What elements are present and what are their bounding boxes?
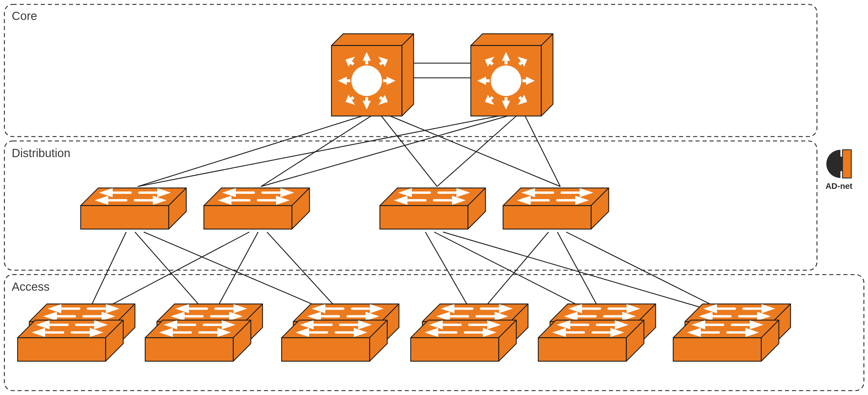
distribution-switch-3 (380, 188, 486, 229)
adnet-logo: net AD-net (826, 150, 860, 191)
adnet-logo-text: AD-net (826, 181, 852, 191)
network-topology-diagram: Core Distribution Access net AD-net (0, 0, 868, 395)
access-switch-pair-2 (145, 304, 262, 361)
core-layer-label: Core (12, 9, 37, 22)
access-switch-pair-1 (18, 304, 135, 361)
access-switch-pair-6 (673, 304, 790, 361)
core-router-2 (471, 34, 553, 116)
access-switch-pair-5 (538, 304, 656, 361)
core-distribution-links (138, 116, 560, 187)
svg-line-39 (437, 116, 516, 187)
svg-line-37 (138, 116, 499, 187)
svg-line-38 (261, 116, 507, 187)
distribution-switch-4 (503, 188, 609, 229)
svg-line-33 (138, 116, 362, 187)
svg-text:net: net (852, 161, 860, 170)
svg-line-40 (525, 116, 560, 187)
core-router-1 (332, 34, 413, 116)
svg-line-36 (390, 116, 560, 187)
access-switch-pair-4 (411, 304, 528, 361)
svg-line-35 (381, 116, 437, 187)
distribution-layer-label: Distribution (12, 146, 70, 160)
access-switch-pair-3 (282, 304, 399, 361)
svg-rect-31 (842, 150, 851, 178)
distribution-switch-1 (81, 188, 186, 229)
distribution-switch-2 (204, 188, 309, 229)
access-layer-label: Access (12, 280, 50, 293)
